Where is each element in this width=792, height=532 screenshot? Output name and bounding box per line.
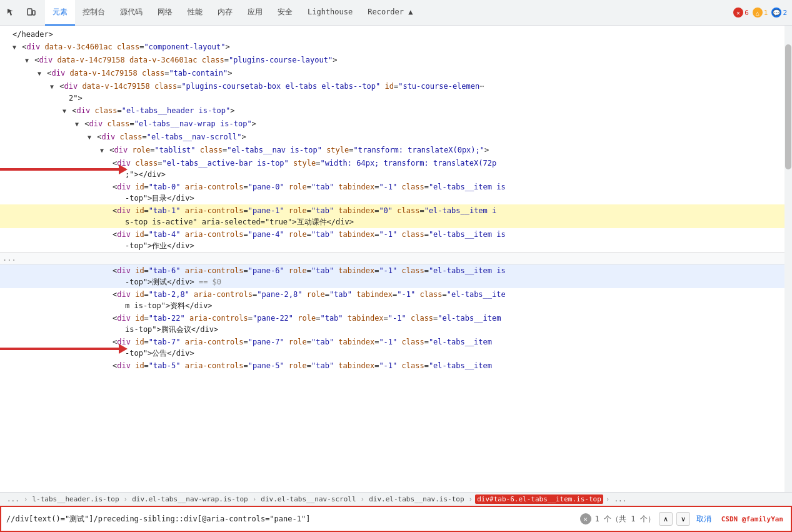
- tab-sources[interactable]: 源代码: [113, 0, 150, 26]
- html-line[interactable]: ▼ <div data-v-14c79158 class="plugins-co…: [0, 80, 792, 104]
- svg-rect-0: [28, 9, 32, 15]
- message-badge[interactable]: 💬 2: [771, 8, 787, 18]
- tab-memory[interactable]: 内存: [210, 0, 240, 26]
- html-line[interactable]: ▼ <div class="el-tabs__header is-top">: [0, 104, 792, 118]
- warning-icon: △: [753, 8, 763, 18]
- xpath-cancel-button[interactable]: 取消: [694, 514, 714, 524]
- tab-lighthouse[interactable]: Lighthouse: [300, 0, 360, 26]
- xpath-count: 1 个（共 1 个）: [595, 514, 655, 524]
- xpath-input-wrap[interactable]: [6, 514, 575, 523]
- scrollbar[interactable]: [784, 26, 792, 492]
- breadcrumb-tab6[interactable]: div#tab-6.el-tabs__item.is-top: [475, 494, 603, 504]
- status-badges: ✕ 6 △ 1 💬 2: [733, 8, 787, 18]
- warning-badge[interactable]: △ 1: [753, 8, 768, 18]
- device-toolbar-icon[interactable]: [23, 4, 40, 21]
- html-line[interactable]: ▼ <div data-v-14c79158 data-v-3c4601ac c…: [0, 54, 792, 67]
- csdn-watermark: CSDN @familyYan: [719, 515, 786, 523]
- inspect-icon[interactable]: [3, 4, 20, 21]
- breadcrumb-dots[interactable]: ...: [612, 494, 628, 504]
- html-line[interactable]: <div id="tab-7" aria-controls="pane-7" r…: [0, 336, 792, 359]
- html-line[interactable]: ▼ <div role="tablist" class="el-tabs__na…: [0, 144, 792, 157]
- xpath-input[interactable]: [6, 514, 575, 523]
- html-line[interactable]: </header>: [0, 28, 792, 41]
- message-icon: 💬: [771, 8, 781, 18]
- html-line[interactable]: ▼ <div data-v-3c4601ac class="component-…: [0, 41, 792, 54]
- devtools-main: </header> ▼ <div data-v-3c4601ac class="…: [0, 26, 792, 532]
- tab-network[interactable]: 网络: [150, 0, 180, 26]
- svg-rect-1: [33, 11, 35, 15]
- html-line[interactable]: ▼ <div class="el-tabs__nav-wrap is-top">: [0, 118, 792, 131]
- error-badge[interactable]: ✕ 6: [733, 8, 749, 18]
- xpath-bar: ✕ 1 个（共 1 个） ∧ ∨ 取消 CSDN @familyYan: [0, 506, 792, 532]
- tab-recorder[interactable]: Recorder ▲: [360, 0, 420, 26]
- html-line[interactable]: <div id="tab-22" aria-controls="pane-22"…: [0, 312, 792, 336]
- html-line[interactable]: <div id="tab-0" aria-controls="pane-0" r…: [0, 181, 792, 204]
- breadcrumb-bar: ... › l-tabs__header.is-top › div.el-tab…: [0, 492, 792, 506]
- html-tree[interactable]: </header> ▼ <div data-v-3c4601ac class="…: [0, 26, 792, 492]
- xpath-next-button[interactable]: ∨: [676, 512, 690, 526]
- breadcrumb-ellipsis[interactable]: ...: [5, 494, 21, 504]
- breadcrumb-tabs-header[interactable]: l-tabs__header.is-top: [31, 494, 121, 504]
- tab-performance[interactable]: 性能: [180, 0, 210, 26]
- html-line-tab1[interactable]: <div id="tab-1" aria-controls="pane-1" r…: [0, 204, 792, 228]
- html-line[interactable]: <div id="tab-4" aria-controls="pane-4" r…: [0, 228, 792, 252]
- xpath-clear-button[interactable]: ✕: [580, 513, 591, 524]
- devtools-icons: [3, 4, 40, 21]
- html-line[interactable]: ▼ <div data-v-14c79158 class="tab-contai…: [0, 67, 792, 80]
- html-line-tab6[interactable]: <div id="tab-6" aria-controls="pane-6" r…: [0, 264, 792, 288]
- scrollbar-thumb[interactable]: [785, 44, 791, 169]
- html-line[interactable]: <div class="el-tabs__active-bar is-top" …: [0, 157, 792, 181]
- tab-console[interactable]: 控制台: [75, 0, 113, 26]
- html-line[interactable]: <div id="tab-2,8" aria-controls="pane-2,…: [0, 288, 792, 312]
- error-icon: ✕: [733, 8, 743, 18]
- xpath-results: ✕ 1 个（共 1 个） ∧ ∨ 取消: [580, 512, 714, 526]
- html-line[interactable]: <div id="tab-5" aria-controls="pane-5" r…: [0, 359, 792, 372]
- tab-application[interactable]: 应用: [240, 0, 270, 26]
- ellipsis-indicator: ...: [0, 252, 792, 264]
- breadcrumb-nav-wrap[interactable]: div.el-tabs__nav-wrap.is-top: [130, 494, 249, 504]
- html-line[interactable]: ▼ <div class="el-tabs__nav-scroll">: [0, 131, 792, 144]
- tab-elements[interactable]: 元素: [45, 0, 75, 26]
- breadcrumb-nav-scroll[interactable]: div.el-tabs__nav-scroll: [259, 494, 358, 504]
- xpath-prev-button[interactable]: ∧: [659, 512, 673, 526]
- breadcrumb-nav[interactable]: div.el-tabs__nav.is-top: [367, 494, 466, 504]
- devtools-tabbar: 元素 控制台 源代码 网络 性能 内存 应用 安全 Lighthouse Rec…: [0, 0, 792, 26]
- tab-security[interactable]: 安全: [270, 0, 300, 26]
